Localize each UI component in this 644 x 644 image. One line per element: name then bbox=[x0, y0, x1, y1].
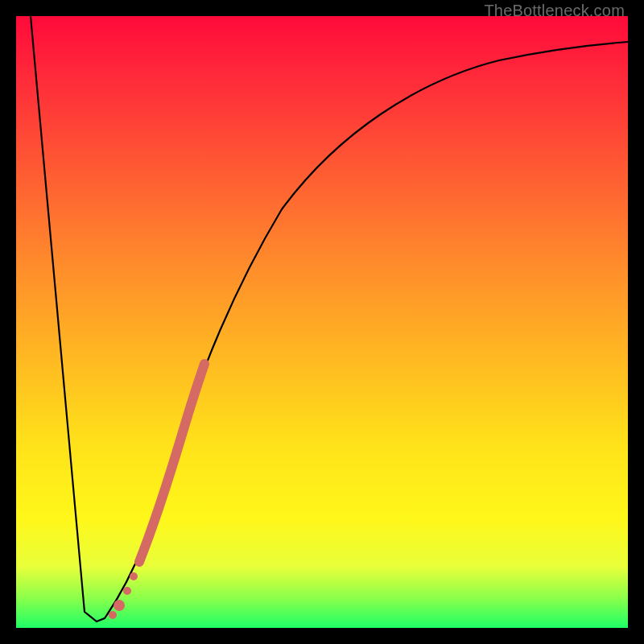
chart-frame: TheBottleneck.com bbox=[0, 0, 644, 644]
curve-layer bbox=[16, 16, 628, 628]
marker-dot bbox=[114, 600, 125, 611]
highlight-segment bbox=[139, 364, 204, 562]
marker-dot bbox=[130, 572, 138, 580]
plot-area bbox=[16, 16, 628, 628]
bottleneck-curve bbox=[31, 16, 628, 621]
marker-dot bbox=[123, 587, 131, 595]
marker-dot bbox=[109, 611, 117, 619]
